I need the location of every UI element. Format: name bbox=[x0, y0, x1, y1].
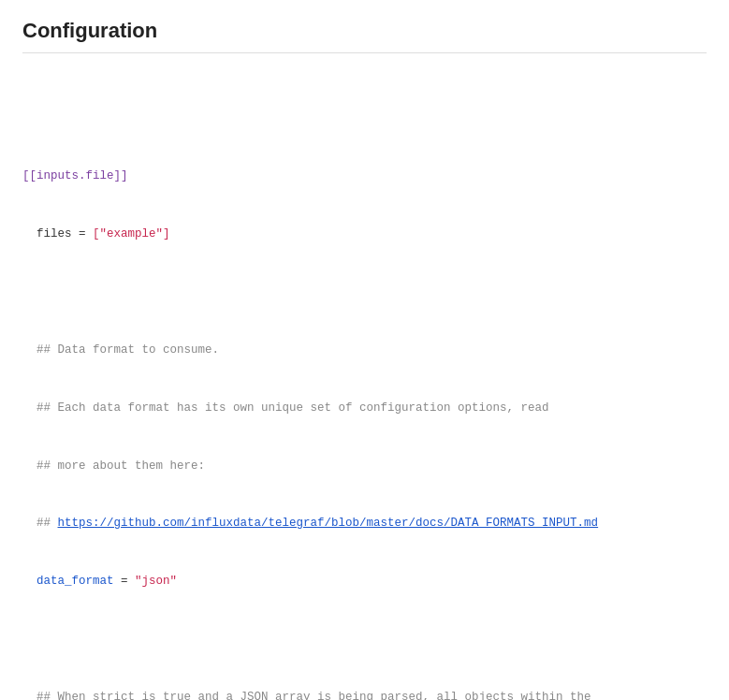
code-line bbox=[22, 630, 707, 649]
code-line: [[inputs.file]] bbox=[22, 167, 707, 186]
code-line: files = ["example"] bbox=[22, 225, 707, 244]
code-line: ## Data format to consume. bbox=[22, 341, 707, 360]
title-divider bbox=[22, 52, 707, 53]
code-line: data_format = "json" bbox=[22, 572, 707, 591]
code-line bbox=[22, 283, 707, 302]
code-line: ## Each data format has its own unique s… bbox=[22, 399, 707, 418]
code-line: ## more about them here: bbox=[22, 457, 707, 476]
page-title: Configuration bbox=[22, 19, 707, 43]
code-line: ## https://github.com/influxdata/telegra… bbox=[22, 514, 707, 533]
code-line bbox=[22, 109, 707, 128]
code-line: ## When strict is true and a JSON array … bbox=[22, 688, 707, 700]
code-block: [[inputs.file]] files = ["example"] ## D… bbox=[22, 70, 707, 700]
